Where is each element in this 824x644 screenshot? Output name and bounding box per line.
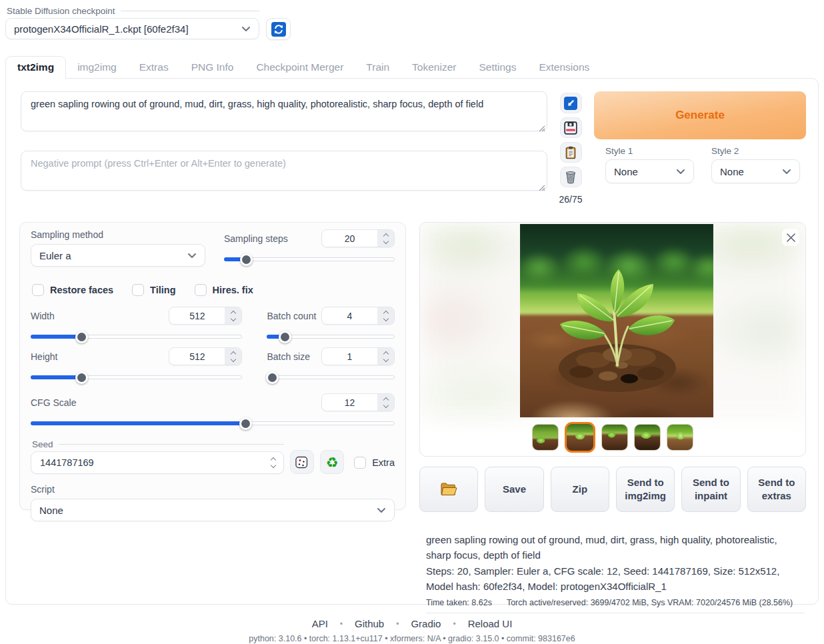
spinner[interactable]	[377, 394, 394, 411]
refresh-icon	[271, 22, 286, 37]
thumbnail-4[interactable]	[634, 424, 661, 451]
thumbnail-1[interactable]	[532, 424, 559, 451]
batch-size-input[interactable]	[321, 347, 395, 365]
recycle-icon: ♻	[326, 455, 339, 469]
apply-style-button[interactable]	[560, 142, 582, 163]
floppy-disk-icon	[564, 121, 577, 135]
prompt-input[interactable]: green sapling rowing out of ground, mud,…	[21, 91, 547, 131]
output-gallery	[419, 222, 806, 457]
tab-extras[interactable]: Extras	[128, 57, 180, 79]
tab-bar: txt2img img2img Extras PNG Info Checkpoi…	[5, 56, 819, 79]
sampling-method-label: Sampling method	[31, 229, 205, 240]
txt2img-panel: green sapling rowing out of ground, mud,…	[5, 78, 819, 605]
gradio-link[interactable]: Gradio	[411, 618, 441, 629]
style1-select[interactable]: None	[605, 159, 694, 183]
arrow-down-left-icon	[564, 97, 577, 110]
token-counter: 26/75	[559, 194, 582, 205]
checkpoint-label: Stable Diffusion checkpoint	[7, 5, 259, 16]
batch-size-label: Batch size	[267, 351, 310, 362]
tab-tokenizer[interactable]: Tokenizer	[401, 57, 467, 79]
width-input[interactable]	[169, 307, 242, 325]
batch-count-slider[interactable]	[267, 331, 395, 343]
thumbnail-5[interactable]	[667, 424, 693, 451]
seed-label: Seed	[32, 439, 284, 449]
height-input[interactable]	[169, 347, 242, 365]
sd-webui-page: Stable Diffusion checkpoint protogenX34O…	[0, 0, 824, 644]
tab-txt2img[interactable]: txt2img	[5, 56, 66, 79]
thumbnail-2-selected[interactable]	[565, 422, 595, 453]
resize-handle[interactable]	[537, 124, 545, 132]
cfg-scale-slider[interactable]	[31, 417, 395, 429]
style1-label: Style 1	[605, 146, 694, 156]
send-to-extras-button[interactable]: Send to extras	[747, 467, 806, 512]
open-folder-button[interactable]	[419, 467, 478, 512]
height-label: Height	[31, 351, 57, 362]
cfg-scale-label: CFG Scale	[31, 397, 76, 408]
spinner[interactable]	[263, 458, 283, 467]
clipboard-icon	[564, 146, 577, 159]
api-link[interactable]: API	[312, 618, 328, 629]
checkpoint-row: Stable Diffusion checkpoint protogenX34O…	[0, 0, 824, 40]
tab-png-info[interactable]: PNG Info	[180, 57, 245, 79]
style2-select[interactable]: None	[711, 159, 800, 183]
seed-input[interactable]	[31, 451, 284, 474]
separator: •	[396, 619, 399, 629]
save-button[interactable]: Save	[485, 467, 543, 512]
save-style-button[interactable]	[560, 117, 582, 138]
batch-size-slider[interactable]	[267, 371, 395, 383]
width-slider[interactable]	[31, 331, 242, 343]
refresh-checkpoint-button[interactable]	[266, 18, 291, 40]
spinner[interactable]	[377, 307, 394, 324]
thumbnail-3[interactable]	[601, 424, 628, 451]
width-label: Width	[31, 311, 55, 321]
tiling-checkbox[interactable]: Tiling	[132, 284, 175, 296]
generate-button[interactable]: Generate	[594, 91, 806, 139]
reuse-seed-button[interactable]: ♻	[320, 450, 344, 474]
batch-count-input[interactable]	[321, 307, 395, 325]
reload-ui-link[interactable]: Reload UI	[468, 618, 513, 629]
spinner[interactable]	[225, 307, 241, 324]
chevron-down-icon	[187, 253, 197, 259]
generation-info: green sapling rowing out of ground, mud,…	[419, 532, 806, 613]
spinner[interactable]	[225, 348, 241, 365]
tab-settings[interactable]: Settings	[467, 57, 527, 79]
spinner[interactable]	[377, 230, 394, 247]
close-gallery-button[interactable]	[782, 229, 799, 246]
negative-prompt-input[interactable]	[21, 151, 547, 191]
random-seed-button[interactable]	[290, 450, 314, 474]
generation-info-params: Steps: 20, Sampler: Euler a, CFG scale: …	[426, 563, 805, 595]
paste-generation-params-button[interactable]	[560, 93, 582, 113]
tab-train[interactable]: Train	[355, 57, 401, 79]
generated-image[interactable]	[520, 224, 713, 417]
gallery-thumbnails	[420, 422, 805, 453]
send-to-inpaint-button[interactable]: Send to inpaint	[681, 467, 740, 512]
zip-button[interactable]: Zip	[551, 467, 609, 512]
footer: API • Github • Gradio • Reload UI python…	[0, 618, 824, 643]
hires-fix-checkbox[interactable]: Hires. fix	[195, 284, 253, 296]
github-link[interactable]: Github	[355, 618, 384, 629]
separator: •	[340, 619, 343, 629]
version-info: python: 3.10.6 • torch: 1.13.1+cu117 • x…	[0, 634, 824, 643]
batch-count-label: Batch count	[267, 311, 316, 321]
sampling-method-select[interactable]: Euler a	[31, 244, 205, 267]
height-slider[interactable]	[31, 371, 242, 383]
tab-img2img[interactable]: img2img	[66, 57, 128, 79]
resize-handle[interactable]	[537, 183, 545, 191]
tab-extensions[interactable]: Extensions	[527, 57, 601, 79]
time-taken: Time taken: 8.62s	[426, 598, 492, 607]
checkpoint-select[interactable]: protogenX34OfficialR_1.ckpt [60fe2f34]	[5, 18, 259, 39]
clear-prompt-button[interactable]	[560, 167, 582, 187]
trash-icon	[564, 171, 577, 184]
extra-seed-checkbox[interactable]: Extra	[354, 457, 395, 469]
script-select[interactable]: None	[31, 499, 395, 521]
tab-checkpoint-merger[interactable]: Checkpoint Merger	[245, 57, 355, 79]
sampling-steps-input[interactable]	[321, 229, 395, 247]
chevron-down-icon	[377, 507, 386, 513]
send-to-img2img-button[interactable]: Send to img2img	[616, 467, 675, 512]
sampling-steps-slider[interactable]	[224, 253, 395, 265]
restore-faces-checkbox[interactable]: Restore faces	[32, 284, 113, 296]
dice-icon	[295, 455, 309, 469]
cfg-scale-input[interactable]	[321, 393, 395, 411]
vram-stats: Torch active/reserved: 3699/4702 MiB, Sy…	[507, 598, 793, 607]
spinner[interactable]	[377, 348, 394, 365]
